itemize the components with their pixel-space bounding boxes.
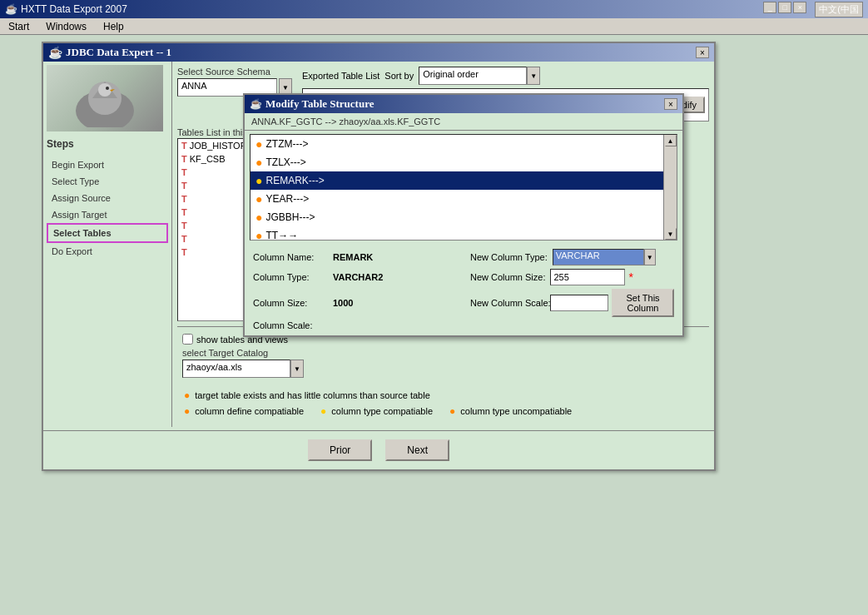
modify-subtitle: ANNA.KF_GGTC --> zhaoyx/aa.xls.KF_GGTC (245, 113, 682, 131)
col-item-ztzm[interactable]: ● ZTZM---> (250, 135, 677, 153)
new-column-scale-label: New Column Scale: (470, 298, 545, 308)
jdbc-title: JDBC Data Expert -- 1 (66, 46, 171, 59)
title-controls: _ □ × 中文(中国 (763, 2, 863, 17)
eagle-image (47, 65, 163, 131)
sort-select-arrow[interactable]: ▼ (527, 67, 540, 85)
close-btn[interactable]: × (793, 2, 806, 13)
scroll-up-btn[interactable]: ▲ (665, 135, 677, 146)
new-column-type-select[interactable]: VARCHAR (553, 249, 644, 265)
new-column-type-arrow[interactable]: ▼ (644, 249, 656, 265)
status-row-0: ● target table exists and has little col… (184, 389, 702, 401)
column-name-label: Column Name: (253, 252, 328, 262)
status-dot-2: ● (320, 405, 326, 417)
scroll-track (665, 146, 677, 228)
title-bar: ☕ HXTT Data Export 2007 _ □ × 中文(中国 (0, 0, 868, 18)
target-catalog-select[interactable]: zhaoyx/aa.xls (182, 360, 290, 378)
dot-ztzm: ● (255, 137, 262, 151)
maximize-btn[interactable]: □ (778, 2, 791, 13)
step-assign-source[interactable]: Assign Source (47, 190, 168, 206)
new-column-size-row: New Column Size: * (470, 269, 674, 285)
dot-year: ● (255, 192, 262, 206)
menu-help[interactable]: Help (98, 20, 129, 33)
column-size-value: 1000 (333, 298, 353, 308)
nav-buttons: Prior Next (43, 430, 714, 469)
jdbc-icon: ☕ (48, 46, 62, 59)
svg-point-3 (98, 83, 112, 97)
modify-title: Modify Table Structure (265, 97, 374, 111)
modify-title-bar: ☕ Modify Table Structure × (245, 95, 682, 113)
new-column-scale-row: New Column Scale: Set This Column (470, 289, 674, 317)
column-name-row: Column Name: REMARK (253, 249, 457, 265)
status-text-2: column type compatiable (331, 406, 433, 416)
new-column-type-row: New Column Type: VARCHAR ▼ (470, 249, 674, 265)
scroll-down-btn[interactable]: ▼ (665, 228, 677, 240)
col-item-tzlx[interactable]: ● TZLX---> (250, 153, 677, 171)
status-dot-1: ● (184, 405, 190, 417)
jdbc-close-btn[interactable]: × (696, 47, 709, 58)
exported-header: Exported Table List Sort by Original ord… (302, 67, 709, 85)
prior-btn[interactable]: Prior (308, 439, 372, 461)
menu-windows[interactable]: Windows (41, 20, 92, 33)
menu-bar: Start Windows Help (0, 18, 868, 35)
menu-start[interactable]: Start (3, 20, 34, 33)
show-tables-checkbox[interactable] (182, 334, 193, 345)
jdbc-title-bar: ☕ JDBC Data Expert -- 1 × (43, 43, 714, 62)
target-catalog-select-wrap: zhaoyx/aa.xls ▼ (182, 360, 704, 378)
col-item-tt[interactable]: ● TT→→ (250, 226, 677, 241)
source-schema-section: Select Source Schema ANNA ▼ (177, 67, 292, 97)
status-row-2: ● column type compatiable (320, 405, 433, 417)
app-title: HXTT Data Export 2007 (21, 3, 127, 15)
size-asterisk: * (628, 270, 632, 284)
next-btn[interactable]: Next (385, 439, 449, 461)
new-column-type-select-wrap: VARCHAR ▼ (553, 249, 656, 265)
status-row-3: ● column type uncompatiable (449, 405, 572, 417)
sort-label: Sort by (384, 71, 414, 81)
step-assign-target[interactable]: Assign Target (47, 206, 168, 223)
status-row-bottom: ● column define compatiable ● column typ… (184, 405, 702, 419)
new-column-size-input[interactable] (550, 269, 625, 285)
col-item-jgbbh[interactable]: ● JGBBH---> (250, 208, 677, 226)
list-scrollbar[interactable]: ▲ ▼ (663, 135, 677, 240)
svg-point-4 (106, 87, 109, 90)
modify-fields: Column Name: REMARK New Column Type: VAR… (245, 244, 682, 335)
modify-column-list[interactable]: ▲ ▼ ● ZTZM---> ● TZLX---> ● REMARK---> (250, 134, 677, 241)
steps-panel: Steps Begin Export Select Type Assign So… (43, 62, 172, 427)
jdbc-window: ☕ JDBC Data Expert -- 1 × (42, 42, 716, 471)
new-column-type-label: New Column Type: (470, 252, 548, 262)
col-name-tt: TT→→ (265, 230, 298, 241)
step-do-export[interactable]: Do Export (47, 243, 168, 260)
column-type-row: Column Type: VARCHAR2 (253, 269, 457, 285)
exported-label: Exported Table List (302, 71, 379, 81)
col-name-year: YEAR---> (265, 193, 309, 205)
new-column-size-label: New Column Size: (470, 272, 545, 282)
target-catalog-label: select Target Catalog (182, 348, 268, 358)
set-column-btn[interactable]: Set This Column (612, 289, 674, 317)
status-text-3: column type uncompatiable (460, 406, 572, 416)
column-scale-row: Column Scale: (253, 320, 457, 330)
column-size-label: Column Size: (253, 298, 328, 308)
new-column-scale-input[interactable] (550, 295, 608, 311)
dot-remark: ● (255, 174, 262, 187)
modify-icon: ☕ (250, 98, 262, 110)
app-icon: ☕ (5, 3, 17, 15)
col-name-tzlx: TZLX---> (265, 156, 305, 168)
target-catalog-section: select Target Catalog zhaoyx/aa.xls ▼ (182, 348, 704, 378)
modify-close-btn[interactable]: × (664, 98, 677, 110)
col-name-jgbbh: JGBBH---> (265, 211, 315, 223)
column-type-value: VARCHAR2 (333, 272, 383, 282)
step-select-tables[interactable]: Select Tables (47, 223, 168, 243)
dot-jgbbh: ● (255, 211, 262, 224)
step-select-type[interactable]: Select Type (47, 173, 168, 190)
main-area: ☕ JDBC Data Expert -- 1 × (0, 35, 868, 615)
col-item-remark[interactable]: ● REMARK---> (250, 171, 677, 190)
column-scale-label: Column Scale: (253, 320, 328, 330)
sort-select-box[interactable]: Original order (419, 67, 527, 85)
lang-btn[interactable]: 中文(中国 (815, 2, 863, 17)
target-catalog-arrow[interactable]: ▼ (290, 360, 304, 378)
steps-title: Steps (47, 138, 168, 150)
col-item-year[interactable]: ● YEAR---> (250, 190, 677, 208)
column-name-value: REMARK (333, 252, 373, 262)
minimize-btn[interactable]: _ (763, 2, 776, 13)
step-begin-export[interactable]: Begin Export (47, 156, 168, 173)
source-schema-label: Select Source Schema (177, 67, 292, 77)
